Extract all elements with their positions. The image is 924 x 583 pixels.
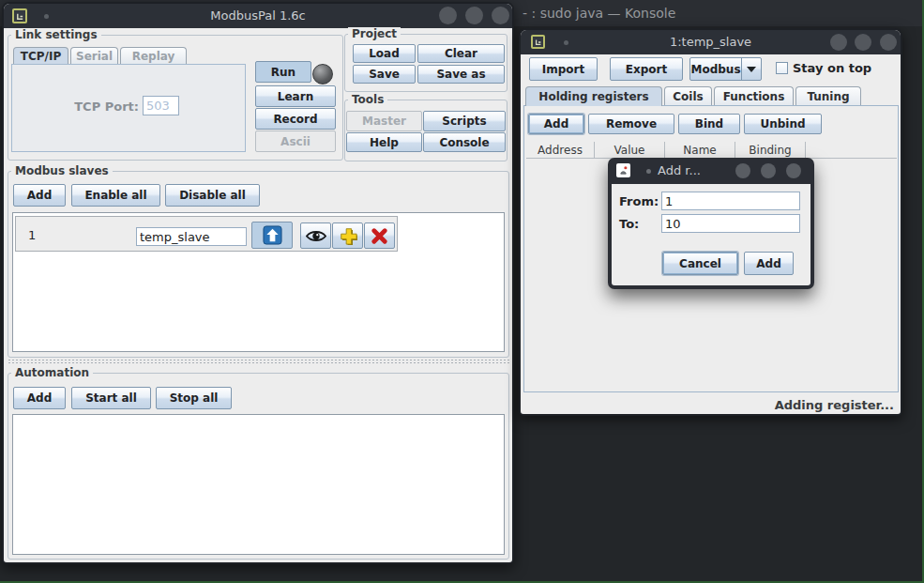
register-unbind-button[interactable]: Unbind (744, 114, 822, 134)
save-button[interactable]: Save (353, 65, 416, 84)
ascii-button: Ascii (255, 130, 336, 152)
plus-icon (339, 226, 357, 245)
stop-all-button[interactable]: Stop all (156, 387, 232, 409)
slave-delete-button[interactable] (364, 222, 395, 249)
learn-button[interactable]: Learn (255, 85, 336, 107)
from-field[interactable] (661, 192, 800, 210)
tab-coils[interactable]: Coils (664, 86, 712, 106)
maximize-button[interactable] (855, 34, 871, 51)
automation-add-button[interactable]: Add (13, 387, 66, 409)
save-as-button[interactable]: Save as (417, 65, 505, 84)
start-all-button[interactable]: Start all (71, 387, 151, 409)
slave-enable-toggle-button[interactable] (251, 222, 293, 249)
chevron-down-icon (741, 58, 761, 80)
run-led-indicator (312, 64, 333, 84)
link-settings-label: Link settings (11, 28, 101, 41)
modbus-slaves-label: Modbus slaves (11, 164, 113, 177)
run-button[interactable]: Run (255, 61, 311, 83)
disable-all-button[interactable]: Disable all (165, 184, 260, 207)
protocol-combobox[interactable]: Modbus (689, 57, 762, 81)
arrow-up-icon (263, 225, 282, 245)
register-bind-button[interactable]: Bind (678, 114, 740, 134)
konsole-title: - : sudo java — Konsole (523, 6, 675, 21)
project-label: Project (348, 27, 401, 40)
stay-on-top-checkbox[interactable] (776, 62, 788, 74)
tcp-port-label: TCP Port: (56, 100, 139, 114)
stay-on-top-label: Stay on top (793, 61, 871, 75)
to-label: To: (619, 217, 639, 231)
tab-functions[interactable]: Functions (714, 86, 794, 106)
close-button[interactable] (492, 7, 509, 24)
tools-label: Tools (348, 93, 387, 106)
help-button[interactable]: Help (346, 132, 422, 152)
column-header-binding[interactable]: Binding (735, 142, 806, 158)
close-x-icon (371, 227, 388, 245)
register-table-header: Address Value Name Binding (526, 142, 897, 159)
tab-replay[interactable]: Replay (120, 47, 187, 65)
modbuspal-window-title: ModbusPal 1.6c (4, 8, 512, 23)
modbuspal-titlebar[interactable]: ModbusPal 1.6c (4, 4, 512, 28)
register-remove-button[interactable]: Remove (588, 114, 674, 134)
record-button[interactable]: Record (255, 108, 336, 130)
load-button[interactable]: Load (353, 44, 416, 63)
close-button[interactable] (786, 163, 801, 178)
from-label: From: (619, 194, 659, 208)
slave-window-titlebar[interactable]: 1:temp_slave (521, 30, 901, 54)
slave-name-field[interactable] (136, 227, 247, 246)
maximize-button[interactable] (465, 7, 483, 24)
tab-tuning[interactable]: Tuning (795, 86, 861, 106)
console-button[interactable]: Console (423, 132, 506, 152)
slave-visibility-button[interactable] (300, 222, 331, 249)
clear-button[interactable]: Clear (417, 44, 505, 63)
import-button[interactable]: Import (529, 57, 598, 81)
to-field[interactable] (661, 214, 800, 233)
dialog-cancel-button[interactable]: Cancel (662, 252, 738, 275)
close-button[interactable] (880, 34, 897, 51)
column-header-name[interactable]: Name (665, 142, 735, 158)
minimize-button[interactable] (735, 163, 750, 178)
master-button: Master (346, 111, 422, 131)
column-header-address[interactable]: Address (526, 142, 595, 158)
tab-holding-registers[interactable]: Holding registers (525, 86, 662, 106)
split-pane-divider[interactable] (8, 359, 509, 365)
maximize-button[interactable] (761, 163, 776, 178)
eye-icon (306, 229, 326, 243)
export-button[interactable]: Export (610, 57, 683, 81)
tab-tcpip[interactable]: TCP/IP (13, 47, 68, 65)
column-header-value[interactable]: Value (595, 142, 665, 158)
dialog-title: Add r... (608, 163, 750, 177)
minimize-button[interactable] (830, 34, 847, 51)
slave-add-button[interactable]: Add (13, 184, 66, 207)
automation-label: Automation (11, 366, 93, 379)
dialog-add-button[interactable]: Add (744, 252, 794, 275)
protocol-combobox-value: Modbus (690, 63, 741, 76)
enable-all-button[interactable]: Enable all (71, 184, 160, 207)
automation-list[interactable] (12, 414, 505, 555)
tcp-port-field[interactable] (143, 96, 179, 115)
tab-serial[interactable]: Serial (70, 47, 118, 65)
status-text: Adding register... (657, 398, 894, 412)
slave-address: 1 (28, 228, 36, 242)
register-add-button[interactable]: Add (528, 114, 584, 134)
slave-add-register-button[interactable] (332, 222, 363, 249)
scripts-button[interactable]: Scripts (423, 111, 506, 131)
minimize-button[interactable] (439, 7, 457, 24)
